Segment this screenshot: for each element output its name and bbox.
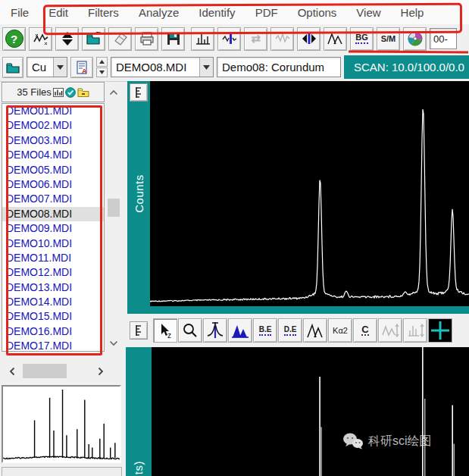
filled-peaks-icon: [230, 321, 250, 340]
files-vertical-scrollbar: [105, 103, 122, 352]
diffraction-edit-button[interactable]: D.E: [278, 318, 302, 343]
sample-title-field[interactable]: Demo08: Corundum: [217, 57, 341, 77]
background-button[interactable]: BG: [350, 27, 374, 51]
main-chart-canvas[interactable]: [150, 81, 469, 306]
mini-chart-icon[interactable]: [53, 88, 64, 97]
kalpha2-strip-button[interactable]: Kα2: [328, 318, 352, 343]
menu-pdf[interactable]: PDF: [255, 6, 278, 19]
profile-peaks-button[interactable]: [303, 318, 327, 343]
menu-edit[interactable]: Edit: [48, 6, 68, 19]
sort-arrows-icon: [62, 32, 73, 45]
folder-icon: [5, 61, 20, 74]
scrollbar-thumb[interactable]: [23, 364, 67, 378]
file-item[interactable]: DEMO10.MDI: [2, 236, 104, 251]
sample-title-value: Demo08: Corundum: [217, 61, 340, 74]
peaks-histogram-icon: [195, 30, 211, 47]
anode-value: Cu: [27, 61, 53, 74]
menu-view[interactable]: View: [356, 6, 380, 19]
menu-help[interactable]: Help: [401, 6, 424, 19]
crystallite-button[interactable]: C: [353, 318, 377, 343]
file-item[interactable]: DEMO14.MDI: [2, 295, 104, 309]
smooth-filter-button[interactable]: [217, 27, 241, 51]
scroll-left-button[interactable]: [5, 362, 20, 380]
scroll-right-button[interactable]: [93, 362, 108, 380]
y-axis-sidebar: Counts: [127, 81, 150, 306]
erase-button[interactable]: [108, 27, 132, 51]
sm-button[interactable]: S/M: [377, 27, 400, 51]
file-item[interactable]: DEMO06.MDI: [2, 177, 104, 192]
lower-chart-canvas[interactable]: 科研sci绘图: [152, 347, 469, 476]
scale-sticks-icon: [406, 321, 424, 340]
pdf-database-button[interactable]: [403, 27, 427, 51]
chevron-down-icon[interactable]: [199, 58, 213, 77]
current-file-value: DEMO08.MDI: [111, 61, 199, 74]
spinner-down-button[interactable]: [96, 67, 108, 77]
check-circle-icon[interactable]: [65, 87, 76, 98]
scrollbar-thumb[interactable]: [108, 199, 120, 217]
pdf-number-input[interactable]: 00-: [430, 28, 457, 49]
area-peaks-button[interactable]: [228, 318, 252, 343]
menu-identify[interactable]: Identify: [199, 6, 235, 19]
file-item[interactable]: DEMO17.MDI: [2, 339, 104, 352]
files-scroll-down-button[interactable]: [105, 337, 122, 350]
save-button[interactable]: [161, 27, 185, 51]
crosshair-mode-button[interactable]: [428, 318, 452, 343]
menu-options[interactable]: Options: [298, 6, 337, 19]
anode-select[interactable]: Cu: [27, 57, 67, 77]
files-header-button[interactable]: 35 Files: [2, 82, 105, 102]
file-item[interactable]: DEMO04.MDI: [2, 148, 104, 162]
file-item[interactable]: DEMO09.MDI: [2, 221, 104, 236]
thumbnail-chart: [3, 387, 120, 462]
peak-cursor-button[interactable]: [203, 318, 227, 343]
bg-label: BG: [355, 33, 368, 44]
file-item[interactable]: DEMO16.MDI: [2, 324, 104, 339]
menu-bar: File Edit Filters Analyze Identify PDF O…: [0, 0, 469, 25]
pointer-zoom-button[interactable]: z: [153, 318, 177, 343]
file-item[interactable]: DEMO07.MDI: [2, 192, 104, 206]
file-item[interactable]: DEMO13.MDI: [2, 280, 104, 295]
analysis-toolbar: z B.E D.E: [126, 314, 469, 347]
background-edit-button[interactable]: B.E: [253, 318, 277, 343]
current-file-select[interactable]: DEMO08.MDI: [111, 57, 214, 77]
file-item[interactable]: DEMO05.MDI: [2, 163, 104, 177]
raw-data-button: [270, 27, 294, 51]
wave-gray-icon: [274, 30, 291, 47]
toolkit-icon: [33, 30, 49, 47]
menu-file[interactable]: File: [11, 6, 29, 19]
file-item[interactable]: DEMO15.MDI: [2, 309, 104, 324]
print-button[interactable]: [135, 27, 158, 51]
axis-options-button[interactable]: [130, 83, 148, 102]
help-button[interactable]: ?: [2, 27, 26, 51]
profile-fit-button[interactable]: [324, 27, 347, 51]
scale-peaks-button: [378, 318, 402, 343]
file-item[interactable]: DEMO02.MDI: [2, 118, 104, 133]
file-item[interactable]: DEMO01.MDI: [2, 104, 104, 118]
report-button[interactable]: A: [70, 57, 93, 78]
chevron-down-icon: [109, 340, 118, 346]
files-scroll-up-button[interactable]: [105, 82, 122, 102]
expand-width-button[interactable]: [297, 27, 320, 51]
sm-label: S/M: [381, 35, 396, 43]
scale-peaks-icon: [381, 321, 399, 340]
file-item-selected[interactable]: DEMO08.MDI: [2, 207, 104, 221]
axis-options-button[interactable]: [130, 321, 148, 340]
sort-files-button[interactable]: [55, 27, 79, 51]
magnify-button[interactable]: [178, 318, 202, 343]
be-label: B.E: [259, 326, 272, 336]
file-item[interactable]: DEMO03.MDI: [2, 133, 104, 148]
swap-arrows-icon: ⇄: [251, 32, 261, 45]
two-peaks-icon: [327, 30, 344, 47]
chevron-down-icon[interactable]: [53, 58, 67, 77]
menu-filters[interactable]: Filters: [88, 6, 119, 19]
file-item[interactable]: DEMO11.MDI: [2, 251, 104, 265]
pattern-view-button[interactable]: [191, 27, 214, 51]
spinner-up-button[interactable]: [96, 57, 108, 67]
pattern-overview-thumbnail[interactable]: [2, 385, 121, 463]
chevron-up-icon: [109, 89, 118, 96]
open-file-button[interactable]: [82, 27, 105, 51]
yellow-folder-icon[interactable]: [77, 87, 89, 97]
toolkit-button[interactable]: [29, 27, 52, 51]
file-folder-button[interactable]: [2, 57, 23, 78]
file-item[interactable]: DEMO12.MDI: [2, 265, 104, 280]
menu-analyze[interactable]: Analyze: [139, 6, 179, 19]
